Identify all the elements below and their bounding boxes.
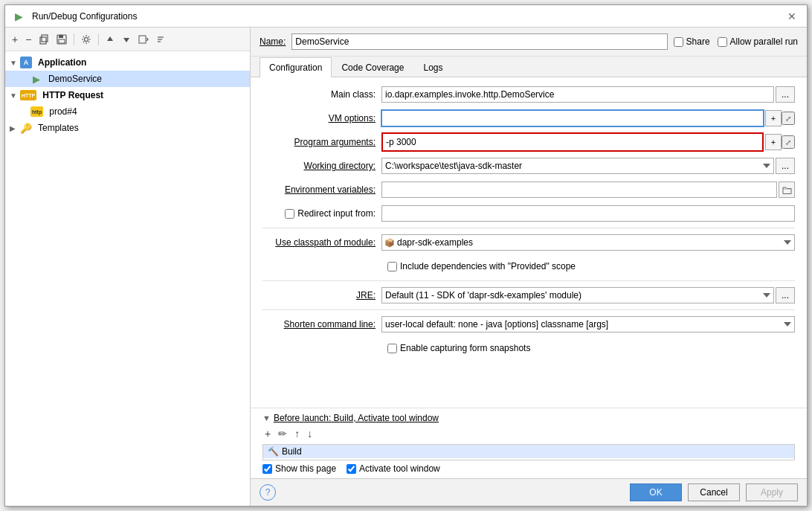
jre-browse-button[interactable]: ... <box>776 287 795 303</box>
tab-configuration[interactable]: Configuration <box>260 57 332 77</box>
main-class-row: Main class: ... <box>262 85 795 104</box>
include-deps-label: Include dependencies with "Provided" sco… <box>387 261 576 271</box>
program-args-input[interactable] <box>383 134 762 150</box>
env-vars-label: Environment variables: <box>262 184 381 195</box>
vm-options-row: VM options: + ⤢ <box>262 109 795 128</box>
bottom-bar: ? OK Cancel Apply <box>251 478 807 506</box>
vm-options-plus-button[interactable]: + <box>765 110 782 126</box>
move-down-button[interactable] <box>120 33 133 45</box>
share-checkbox[interactable] <box>674 37 683 47</box>
working-dir-browse-button[interactable]: ... <box>776 158 795 174</box>
before-launch-toggle[interactable]: ▼ <box>262 414 271 422</box>
before-launch-add-button[interactable]: + <box>262 426 273 441</box>
enable-snapshots-row: Enable capturing form snapshots <box>387 338 795 358</box>
program-args-expand-button[interactable]: ⤢ <box>782 135 795 149</box>
name-label: Name: <box>260 36 286 47</box>
shorten-cmd-select[interactable]: user-local default: none - java [options… <box>381 316 795 332</box>
redirect-input-row: Redirect input from: <box>262 204 795 223</box>
working-dir-label: Working directory: <box>262 161 381 171</box>
move-to-button[interactable] <box>136 33 151 46</box>
expand-icon-application: ▼ <box>10 59 20 67</box>
right-panel: Name: Share Allow parallel run Configu <box>251 28 807 506</box>
env-vars-row: Environment variables: <box>262 180 795 199</box>
activate-window-checkbox[interactable] <box>347 464 356 474</box>
program-args-plus-button[interactable]: + <box>765 134 782 150</box>
allow-parallel-checkbox[interactable] <box>718 37 727 47</box>
svg-rect-6 <box>139 36 146 43</box>
enable-snapshots-checkbox[interactable] <box>387 344 397 353</box>
before-launch-list: 🔨 Build <box>262 444 795 460</box>
dialog-title: Run/Debug Configurations <box>32 11 137 22</box>
http-run-icon-prod4: http <box>30 106 43 117</box>
left-toolbar: + − <box>5 28 250 51</box>
remove-config-button[interactable]: − <box>23 32 33 47</box>
env-vars-input[interactable] <box>381 181 777 198</box>
jre-select[interactable]: Default (11 - SDK of 'dapr-sdk-examples'… <box>381 287 774 303</box>
tree-item-templates[interactable]: ▶ 🔑 Templates <box>5 120 250 136</box>
before-launch-down-button[interactable]: ↓ <box>305 426 315 441</box>
tree-item-prod4[interactable]: http prod#4 <box>5 103 250 120</box>
svg-point-5 <box>85 37 88 41</box>
tree-label-http-request: HTTP Request <box>42 90 103 100</box>
vm-options-expand-button[interactable]: ⤢ <box>782 112 795 125</box>
redirect-input-checkbox-label: Redirect input from: <box>262 208 381 219</box>
http-group-icon: HTTP <box>20 90 36 100</box>
cancel-button[interactable]: Cancel <box>688 483 740 501</box>
apply-button[interactable]: Apply <box>746 483 798 501</box>
main-class-browse-button[interactable]: ... <box>776 86 795 103</box>
title-bar: ▶ Run/Debug Configurations ✕ <box>5 5 807 28</box>
classpath-label: Use classpath of module: <box>262 237 381 248</box>
build-item-label: Build <box>282 446 302 457</box>
name-row-right: Share Allow parallel run <box>674 36 798 47</box>
tree-label-prod4: prod#4 <box>49 106 77 117</box>
tree-item-http-request[interactable]: ▼ HTTP HTTP Request <box>5 87 250 103</box>
tabs-bar: Configuration Code Coverage Logs <box>251 57 807 77</box>
allow-parallel-label: Allow parallel run <box>730 36 798 47</box>
dialog-body: + − <box>5 28 807 506</box>
name-row: Name: Share Allow parallel run <box>251 28 807 57</box>
shorten-cmd-label: Shorten command line: <box>262 319 381 330</box>
build-icon: 🔨 <box>268 446 279 457</box>
tab-logs[interactable]: Logs <box>413 57 452 77</box>
config-form: Main class: ... VM options: + ⤢ Program … <box>251 77 807 408</box>
ok-button[interactable]: OK <box>630 483 682 501</box>
include-deps-checkbox[interactable] <box>387 262 397 271</box>
tab-code-coverage[interactable]: Code Coverage <box>332 57 413 77</box>
main-class-label: Main class: <box>262 89 381 100</box>
include-deps-row: Include dependencies with "Provided" sco… <box>387 257 795 276</box>
redirect-input-checkbox[interactable] <box>285 209 294 219</box>
show-page-label: Show this page <box>275 463 336 474</box>
move-up-button[interactable] <box>103 33 117 45</box>
settings-button[interactable] <box>79 33 94 46</box>
close-button[interactable]: ✕ <box>784 10 799 22</box>
save-config-button[interactable] <box>54 33 69 46</box>
redirect-input-field[interactable] <box>381 205 795 222</box>
dialog-icon: ▶ <box>13 10 25 22</box>
allow-parallel-checkbox-row: Allow parallel run <box>718 36 798 47</box>
build-list-item: 🔨 Build <box>263 445 794 458</box>
before-launch-up-button[interactable]: ↑ <box>292 426 302 441</box>
add-config-button[interactable]: + <box>10 32 20 47</box>
name-input[interactable] <box>291 33 667 50</box>
copy-config-button[interactable] <box>36 33 51 46</box>
expand-icon-http: ▼ <box>10 91 20 100</box>
vm-options-input[interactable] <box>381 110 764 126</box>
tree-item-application[interactable]: ▼ A Application <box>5 54 250 71</box>
classpath-select[interactable]: dapr-sdk-examples <box>381 234 795 251</box>
expand-icon-templates: ▶ <box>10 124 20 132</box>
show-page-checkbox[interactable] <box>262 464 272 474</box>
svg-rect-0 <box>40 37 46 44</box>
main-class-input[interactable] <box>381 86 774 103</box>
help-button[interactable]: ? <box>260 484 276 501</box>
program-args-container <box>381 132 764 152</box>
svg-rect-4 <box>59 39 65 43</box>
env-vars-browse-button[interactable] <box>779 181 795 198</box>
sort-button[interactable] <box>154 33 169 46</box>
before-launch-edit-button[interactable]: ✏ <box>276 426 289 441</box>
templates-icon: 🔑 <box>20 122 32 134</box>
tree-item-demoservice[interactable]: ▶ DemoService <box>5 71 250 87</box>
classpath-row: Use classpath of module: 📦 dapr-sdk-exam… <box>262 233 795 252</box>
working-dir-select[interactable]: C:\workspace\test\java-sdk-master <box>381 158 774 174</box>
include-deps-text: Include dependencies with "Provided" sco… <box>400 261 576 271</box>
svg-rect-1 <box>42 35 48 42</box>
